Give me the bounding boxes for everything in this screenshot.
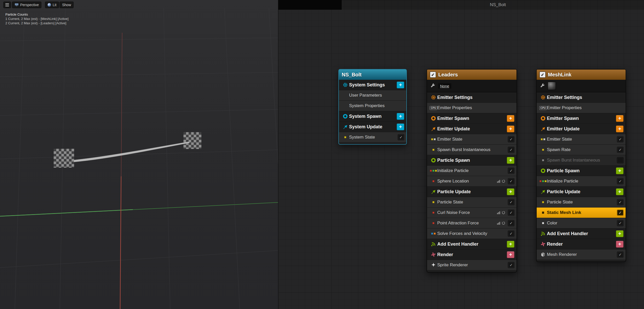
add-module-button[interactable]: + [616,125,624,132]
add-module-button[interactable]: + [616,230,624,237]
add-module-button[interactable]: + [507,188,514,195]
module-enabled-checkbox[interactable]: ✓ [508,136,514,142]
module-enabled-checkbox[interactable]: ✓ [617,178,624,184]
viewport-menu-button[interactable] [3,2,11,8]
row-particle-update[interactable]: Particle Update+ [537,187,626,197]
system-overview-graph[interactable]: NS_Bolt NS_BoltSystem Settings+User Para… [278,0,644,309]
row-emitter-spawn[interactable]: Emitter Spawn+ [427,113,516,124]
row-particle-update[interactable]: Particle Update+ [427,187,516,197]
row-system-update[interactable]: System Update+ [339,122,406,132]
cube-icon [539,252,547,257]
emitter-enabled-checkbox[interactable]: ✓ [430,72,436,78]
row-sprite-renderer[interactable]: Sprite Renderer✓ [427,260,516,270]
row-label: Mesh Renderer [547,252,615,257]
row-sphere-location[interactable]: Sphere Location✓ [427,176,516,187]
node-header[interactable]: ✓MeshLink [537,70,626,80]
row-label: Particle State [437,200,506,205]
material-none-link[interactable]: None [438,83,451,89]
show-button[interactable]: Show [60,2,74,8]
add-module-button[interactable]: + [616,115,624,122]
row-add-event-handler[interactable]: Add Event Handler+ [427,239,516,249]
color-chip [431,138,433,140]
row-render[interactable]: Render+ [427,249,516,260]
add-module-button[interactable]: + [397,123,404,130]
row-emitter-state[interactable]: Emitter State✓ [427,134,516,145]
scalability-icon[interactable] [497,179,500,183]
module-enabled-checkbox[interactable]: ✓ [617,136,624,142]
add-module-button[interactable]: + [507,125,514,132]
viewport-3d[interactable]: Perspective Lit Show Particle Counts 1 C… [0,0,278,309]
module-enabled-checkbox[interactable]: ✓ [617,210,624,216]
row-system-properties[interactable]: System Properties [339,101,406,111]
add-module-button[interactable]: + [507,241,514,248]
row-particle-state[interactable]: Particle State✓ [537,197,626,208]
row-point-attraction-force[interactable]: Point Attraction Force✓ [427,218,516,228]
module-enabled-checkbox[interactable]: ✓ [617,199,624,205]
row-user-parameters[interactable]: User Parameters [339,90,406,101]
row-label: Initialize Particle [437,168,506,173]
row-render[interactable]: Render+ [537,239,626,249]
add-module-button[interactable]: + [507,157,514,164]
row-add-event-handler[interactable]: Add Event Handler+ [537,228,626,239]
row-initialize-particle[interactable]: Initialize Particle✓ [427,166,516,176]
row-particle-spawn[interactable]: Particle Spawn+ [427,155,516,166]
scalability-icon[interactable] [497,211,500,214]
module-enabled-checkbox[interactable]: ✓ [508,168,514,174]
row-emitter-spawn[interactable]: Emitter Spawn+ [537,113,626,124]
row-emitter-state[interactable]: Emitter State✓ [537,134,626,145]
row-initialize-particle[interactable]: Initialize Particle✓ [537,176,626,187]
row-particle-spawn[interactable]: Particle Spawn+ [537,166,626,176]
row-spawn-burst-instantaneous[interactable]: Spawn Burst Instantaneous [537,155,626,166]
add-module-button[interactable]: + [397,82,404,88]
module-enabled-checkbox[interactable]: ✓ [617,147,624,153]
version-icon[interactable] [502,221,505,225]
row-mesh-renderer[interactable]: Mesh Renderer✓ [537,249,626,260]
row-system-state[interactable]: System State✓ [339,132,406,143]
node-leaders[interactable]: ✓LeadersNoneEmitter SettingsCPUEmitter P… [427,69,517,272]
add-module-button[interactable]: + [616,188,624,195]
row-emitter-update[interactable]: Emitter Update+ [537,124,626,134]
row-color[interactable]: Color✓ [537,218,626,228]
add-module-button[interactable]: + [616,167,624,174]
node-ns-bolt[interactable]: NS_BoltSystem Settings+User ParametersSy… [338,69,407,145]
row-emitter-settings[interactable]: Emitter Settings [537,92,626,103]
row-spawn-burst-instantaneous[interactable]: Spawn Burst Instantaneous✓ [427,145,516,155]
row-emitter-update[interactable]: Emitter Update+ [427,124,516,134]
emitter-enabled-checkbox[interactable]: ✓ [539,72,546,78]
scalability-icon[interactable] [497,221,500,225]
row-system-settings[interactable]: System Settings+ [339,80,406,90]
row-curl-noise-force[interactable]: Curl Noise Force✓ [427,208,516,218]
node-header[interactable]: ✓Leaders [427,70,516,80]
add-module-button[interactable]: + [616,241,624,248]
node-header[interactable]: NS_Bolt [339,70,406,80]
version-icon[interactable] [502,179,505,183]
add-module-button[interactable]: + [507,251,514,258]
lit-button[interactable]: Lit [45,2,59,8]
perspective-button[interactable]: Perspective [12,2,41,8]
module-enabled-checkbox[interactable] [617,157,624,163]
module-enabled-checkbox[interactable]: ✓ [508,199,514,205]
module-enabled-checkbox[interactable]: ✓ [508,178,514,184]
row-spawn-rate[interactable]: Spawn Rate✓ [537,145,626,155]
module-enabled-checkbox[interactable]: ✓ [508,220,514,226]
row-system-spawn[interactable]: System Spawn+ [339,111,406,122]
row-particle-state[interactable]: Particle State✓ [427,197,516,208]
module-enabled-checkbox[interactable]: ✓ [508,231,514,237]
module-enabled-checkbox[interactable]: ✓ [617,220,624,226]
node-meshlink[interactable]: ✓MeshLinkEmitter SettingsCPUEmitter Prop… [536,69,626,262]
module-enabled-checkbox[interactable]: ✓ [398,134,404,140]
module-enabled-checkbox[interactable]: ✓ [508,147,514,153]
version-icon[interactable] [502,211,505,214]
module-enabled-checkbox[interactable]: ✓ [508,262,514,268]
row-emitter-properties[interactable]: CPUEmitter Properties [427,103,516,113]
module-enabled-checkbox[interactable]: ✓ [508,210,514,216]
module-enabled-checkbox[interactable]: ✓ [617,251,624,258]
add-module-button[interactable]: + [507,115,514,122]
row-static-mesh-link[interactable]: Static Mesh Link✓ [537,208,626,218]
row-emitter-settings[interactable]: Emitter Settings [427,92,516,103]
row-emitter-properties[interactable]: CPUEmitter Properties [537,103,626,113]
ring-icon [430,157,437,163]
mesh-thumbnail[interactable] [548,82,556,90]
add-module-button[interactable]: + [397,113,404,120]
row-solve-forces-and-velocity[interactable]: Solve Forces and Velocity✓ [427,228,516,239]
